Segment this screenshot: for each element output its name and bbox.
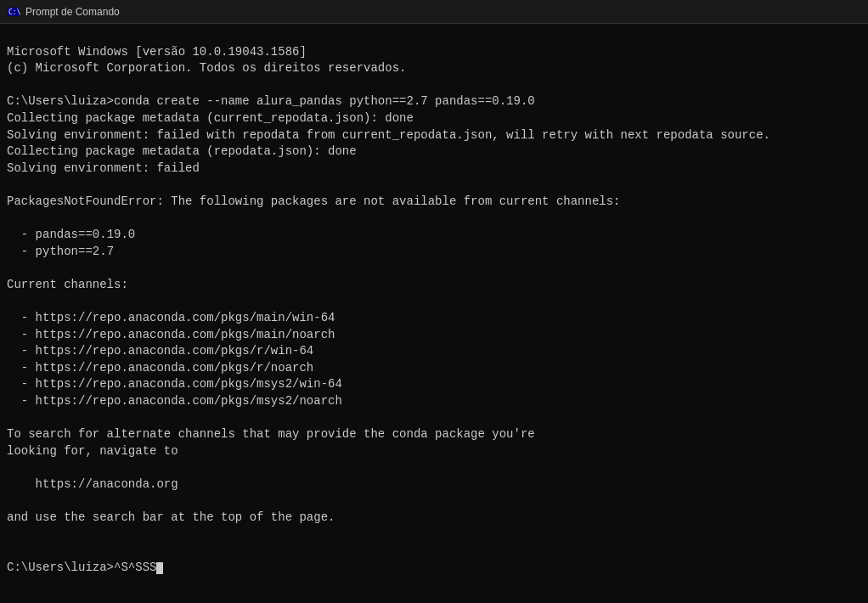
terminal-line: To search for alternate channels that ma… [7,426,861,443]
terminal-line: looking for, navigate to [7,443,861,460]
terminal-line: Collecting package metadata (current_rep… [7,110,861,127]
terminal-line: C:\Users\luiza>^S^SSS [7,560,861,577]
title-bar: C:\ Prompt de Comando [0,0,868,24]
terminal-line [7,177,861,194]
terminal-line: - https://repo.anaconda.com/pkgs/r/win-6… [7,343,861,360]
terminal-line: Microsoft Windows [versão 10.0.19043.158… [7,44,861,61]
terminal-line [7,77,861,94]
terminal-line: and use the search bar at the top of the… [7,510,861,527]
terminal-line [7,493,861,510]
terminal-line: - python==2.7 [7,244,861,261]
terminal-line: C:\Users\luiza>conda create --name alura… [7,93,861,110]
terminal-line: Current channels: [7,277,861,294]
terminal-line: - pandas==0.19.0 [7,227,861,244]
terminal-line [7,543,861,560]
terminal-line [7,211,861,228]
terminal-line: Solving environment: failed [7,161,861,178]
terminal-cursor [156,562,163,574]
terminal-line [7,527,861,544]
svg-text:C:\: C:\ [8,8,20,16]
terminal-line [7,459,861,476]
terminal-line [7,260,861,277]
terminal-line: https://anaconda.org [7,476,861,493]
terminal-line: PackagesNotFoundError: The following pac… [7,194,861,211]
cmd-icon: C:\ [7,5,20,19]
terminal-line: (c) Microsoft Corporation. Todos os dire… [7,60,861,77]
terminal-line: - https://repo.anaconda.com/pkgs/r/noarc… [7,360,861,377]
terminal-line: Collecting package metadata (repodata.js… [7,144,861,161]
terminal-line: Solving environment: failed with repodat… [7,127,861,144]
window-title: Prompt de Comando [25,6,120,18]
terminal-line: - https://repo.anaconda.com/pkgs/main/wi… [7,310,861,327]
terminal-line [7,294,861,311]
terminal-body[interactable]: Microsoft Windows [versão 10.0.19043.158… [0,24,868,603]
terminal-line: - https://repo.anaconda.com/pkgs/msys2/w… [7,376,861,393]
terminal-line: - https://repo.anaconda.com/pkgs/main/no… [7,327,861,344]
terminal-line: - https://repo.anaconda.com/pkgs/msys2/n… [7,393,861,410]
terminal-line [7,410,861,427]
